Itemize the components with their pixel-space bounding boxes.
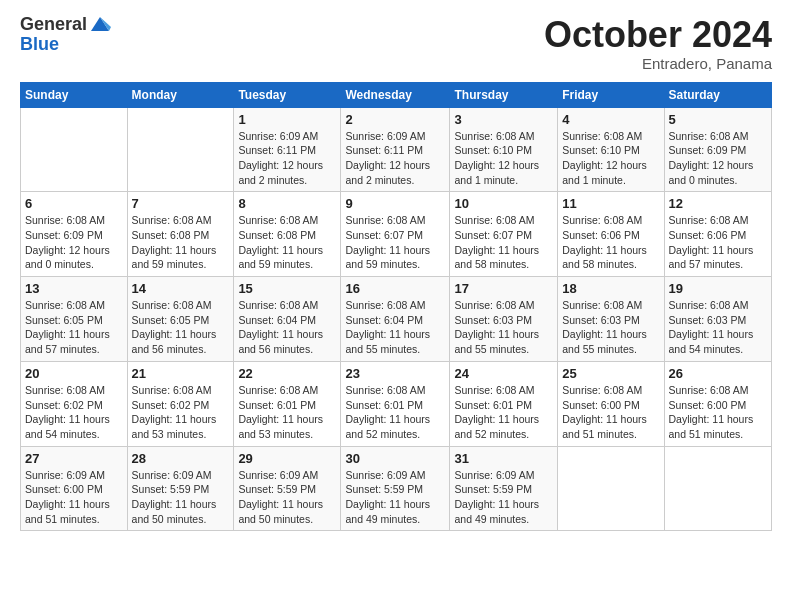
calendar-table: SundayMondayTuesdayWednesdayThursdayFrid… — [20, 82, 772, 532]
calendar-cell: 18Sunrise: 6:08 AMSunset: 6:03 PMDayligh… — [558, 277, 664, 362]
calendar-cell: 6Sunrise: 6:08 AMSunset: 6:09 PMDaylight… — [21, 192, 128, 277]
day-detail: Sunrise: 6:08 AMSunset: 6:09 PMDaylight:… — [669, 130, 754, 186]
month-title: October 2024 — [544, 15, 772, 55]
calendar-cell: 22Sunrise: 6:08 AMSunset: 6:01 PMDayligh… — [234, 361, 341, 446]
day-number: 4 — [562, 112, 659, 127]
calendar-cell: 28Sunrise: 6:09 AMSunset: 5:59 PMDayligh… — [127, 446, 234, 531]
day-detail: Sunrise: 6:09 AMSunset: 6:11 PMDaylight:… — [345, 130, 430, 186]
day-detail: Sunrise: 6:08 AMSunset: 6:01 PMDaylight:… — [238, 384, 323, 440]
day-detail: Sunrise: 6:08 AMSunset: 6:06 PMDaylight:… — [669, 214, 754, 270]
day-number: 19 — [669, 281, 767, 296]
day-number: 2 — [345, 112, 445, 127]
day-detail: Sunrise: 6:09 AMSunset: 6:00 PMDaylight:… — [25, 469, 110, 525]
calendar-cell: 17Sunrise: 6:08 AMSunset: 6:03 PMDayligh… — [450, 277, 558, 362]
day-number: 31 — [454, 451, 553, 466]
calendar-header: SundayMondayTuesdayWednesdayThursdayFrid… — [21, 82, 772, 107]
calendar-cell: 27Sunrise: 6:09 AMSunset: 6:00 PMDayligh… — [21, 446, 128, 531]
calendar-cell: 3Sunrise: 6:08 AMSunset: 6:10 PMDaylight… — [450, 107, 558, 192]
day-number: 24 — [454, 366, 553, 381]
day-detail: Sunrise: 6:08 AMSunset: 6:10 PMDaylight:… — [562, 130, 647, 186]
day-number: 14 — [132, 281, 230, 296]
calendar-cell: 5Sunrise: 6:08 AMSunset: 6:09 PMDaylight… — [664, 107, 771, 192]
day-detail: Sunrise: 6:09 AMSunset: 5:59 PMDaylight:… — [345, 469, 430, 525]
day-number: 12 — [669, 196, 767, 211]
day-detail: Sunrise: 6:08 AMSunset: 6:00 PMDaylight:… — [562, 384, 647, 440]
day-number: 27 — [25, 451, 123, 466]
day-number: 9 — [345, 196, 445, 211]
calendar-cell: 10Sunrise: 6:08 AMSunset: 6:07 PMDayligh… — [450, 192, 558, 277]
header-cell-wednesday: Wednesday — [341, 82, 450, 107]
day-number: 17 — [454, 281, 553, 296]
calendar-body: 1Sunrise: 6:09 AMSunset: 6:11 PMDaylight… — [21, 107, 772, 531]
day-detail: Sunrise: 6:08 AMSunset: 6:04 PMDaylight:… — [238, 299, 323, 355]
day-detail: Sunrise: 6:08 AMSunset: 6:07 PMDaylight:… — [345, 214, 430, 270]
calendar-cell: 8Sunrise: 6:08 AMSunset: 6:08 PMDaylight… — [234, 192, 341, 277]
day-number: 20 — [25, 366, 123, 381]
week-row-5: 27Sunrise: 6:09 AMSunset: 6:00 PMDayligh… — [21, 446, 772, 531]
header-cell-saturday: Saturday — [664, 82, 771, 107]
day-number: 1 — [238, 112, 336, 127]
day-number: 26 — [669, 366, 767, 381]
day-number: 10 — [454, 196, 553, 211]
calendar-cell: 14Sunrise: 6:08 AMSunset: 6:05 PMDayligh… — [127, 277, 234, 362]
week-row-3: 13Sunrise: 6:08 AMSunset: 6:05 PMDayligh… — [21, 277, 772, 362]
day-number: 16 — [345, 281, 445, 296]
day-number: 25 — [562, 366, 659, 381]
calendar-cell: 13Sunrise: 6:08 AMSunset: 6:05 PMDayligh… — [21, 277, 128, 362]
day-number: 13 — [25, 281, 123, 296]
calendar-cell: 11Sunrise: 6:08 AMSunset: 6:06 PMDayligh… — [558, 192, 664, 277]
calendar-cell: 21Sunrise: 6:08 AMSunset: 6:02 PMDayligh… — [127, 361, 234, 446]
calendar-cell: 7Sunrise: 6:08 AMSunset: 6:08 PMDaylight… — [127, 192, 234, 277]
calendar-cell: 15Sunrise: 6:08 AMSunset: 6:04 PMDayligh… — [234, 277, 341, 362]
day-detail: Sunrise: 6:09 AMSunset: 5:59 PMDaylight:… — [454, 469, 539, 525]
calendar-cell: 19Sunrise: 6:08 AMSunset: 6:03 PMDayligh… — [664, 277, 771, 362]
calendar-cell: 1Sunrise: 6:09 AMSunset: 6:11 PMDaylight… — [234, 107, 341, 192]
day-detail: Sunrise: 6:08 AMSunset: 6:08 PMDaylight:… — [132, 214, 217, 270]
header-cell-friday: Friday — [558, 82, 664, 107]
header-cell-monday: Monday — [127, 82, 234, 107]
title-area: October 2024 Entradero, Panama — [544, 15, 772, 72]
calendar-cell: 20Sunrise: 6:08 AMSunset: 6:02 PMDayligh… — [21, 361, 128, 446]
day-detail: Sunrise: 6:08 AMSunset: 6:00 PMDaylight:… — [669, 384, 754, 440]
calendar-cell: 24Sunrise: 6:08 AMSunset: 6:01 PMDayligh… — [450, 361, 558, 446]
day-number: 18 — [562, 281, 659, 296]
day-number: 21 — [132, 366, 230, 381]
header-row: SundayMondayTuesdayWednesdayThursdayFrid… — [21, 82, 772, 107]
day-detail: Sunrise: 6:08 AMSunset: 6:09 PMDaylight:… — [25, 214, 110, 270]
day-number: 30 — [345, 451, 445, 466]
week-row-4: 20Sunrise: 6:08 AMSunset: 6:02 PMDayligh… — [21, 361, 772, 446]
day-detail: Sunrise: 6:08 AMSunset: 6:03 PMDaylight:… — [454, 299, 539, 355]
day-number: 8 — [238, 196, 336, 211]
calendar-cell: 12Sunrise: 6:08 AMSunset: 6:06 PMDayligh… — [664, 192, 771, 277]
calendar-container: General Blue October 2024 Entradero, Pan… — [0, 0, 792, 546]
calendar-cell: 25Sunrise: 6:08 AMSunset: 6:00 PMDayligh… — [558, 361, 664, 446]
day-detail: Sunrise: 6:08 AMSunset: 6:04 PMDaylight:… — [345, 299, 430, 355]
calendar-cell: 16Sunrise: 6:08 AMSunset: 6:04 PMDayligh… — [341, 277, 450, 362]
calendar-cell: 4Sunrise: 6:08 AMSunset: 6:10 PMDaylight… — [558, 107, 664, 192]
day-detail: Sunrise: 6:08 AMSunset: 6:10 PMDaylight:… — [454, 130, 539, 186]
calendar-cell: 23Sunrise: 6:08 AMSunset: 6:01 PMDayligh… — [341, 361, 450, 446]
logo-blue: Blue — [20, 35, 111, 55]
calendar-cell: 9Sunrise: 6:08 AMSunset: 6:07 PMDaylight… — [341, 192, 450, 277]
week-row-1: 1Sunrise: 6:09 AMSunset: 6:11 PMDaylight… — [21, 107, 772, 192]
logo-icon — [89, 13, 111, 35]
day-detail: Sunrise: 6:08 AMSunset: 6:03 PMDaylight:… — [669, 299, 754, 355]
day-number: 3 — [454, 112, 553, 127]
subtitle: Entradero, Panama — [544, 55, 772, 72]
header-cell-sunday: Sunday — [21, 82, 128, 107]
calendar-cell — [127, 107, 234, 192]
header-cell-thursday: Thursday — [450, 82, 558, 107]
header: General Blue October 2024 Entradero, Pan… — [20, 15, 772, 72]
day-number: 7 — [132, 196, 230, 211]
day-number: 11 — [562, 196, 659, 211]
day-number: 5 — [669, 112, 767, 127]
day-detail: Sunrise: 6:08 AMSunset: 6:05 PMDaylight:… — [25, 299, 110, 355]
logo-text: General Blue — [20, 15, 111, 55]
day-number: 6 — [25, 196, 123, 211]
day-number: 29 — [238, 451, 336, 466]
day-detail: Sunrise: 6:08 AMSunset: 6:01 PMDaylight:… — [345, 384, 430, 440]
logo: General Blue — [20, 15, 111, 55]
calendar-cell: 2Sunrise: 6:09 AMSunset: 6:11 PMDaylight… — [341, 107, 450, 192]
calendar-cell — [664, 446, 771, 531]
day-detail: Sunrise: 6:08 AMSunset: 6:07 PMDaylight:… — [454, 214, 539, 270]
